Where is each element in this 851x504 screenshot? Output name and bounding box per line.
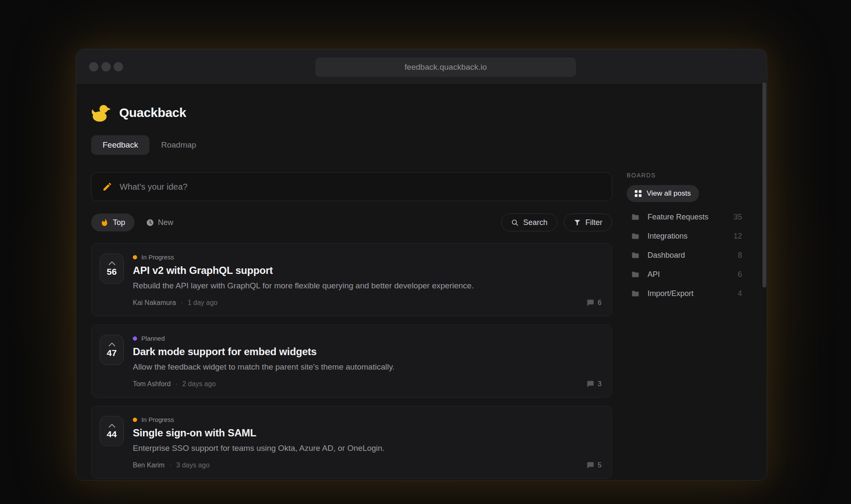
status-label: In Progress xyxy=(141,253,174,261)
comment-count-value: 5 xyxy=(598,461,602,469)
board-count: 4 xyxy=(738,289,742,298)
boards-section-title: BOARDS xyxy=(627,172,742,179)
comment-count: 6 xyxy=(587,299,602,307)
post-time: 1 day ago xyxy=(188,299,218,307)
post-meta: Kai Nakamura · 1 day ago 6 xyxy=(133,299,602,307)
post-title: API v2 with GraphQL support xyxy=(133,265,602,276)
status-badge: In Progress xyxy=(133,416,602,423)
post-description: Allow the feedback widget to match the p… xyxy=(133,362,602,372)
post-meta: Tom Ashford · 2 days ago 3 xyxy=(133,380,602,388)
comment-icon xyxy=(587,461,594,469)
post-body: In Progress Single sign-on with SAML Ent… xyxy=(133,416,602,469)
status-label: In Progress xyxy=(141,416,174,423)
board-item-dashboard[interactable]: Dashboard 8 xyxy=(627,246,742,265)
status-badge: In Progress xyxy=(133,253,602,261)
chevron-up-icon xyxy=(108,261,116,265)
board-count: 8 xyxy=(738,251,742,260)
post-card[interactable]: 56 In Progress API v2 with GraphQL suppo… xyxy=(91,243,612,316)
board-item-api[interactable]: API 6 xyxy=(627,265,742,284)
sort-top-label: Top xyxy=(113,218,125,227)
idea-input[interactable] xyxy=(120,182,601,192)
post-list: 56 In Progress API v2 with GraphQL suppo… xyxy=(91,243,612,479)
pencil-icon xyxy=(102,182,112,192)
search-icon xyxy=(511,219,519,227)
scrollbar-thumb[interactable] xyxy=(762,83,766,288)
board-item-integrations[interactable]: Integrations 12 xyxy=(627,227,742,246)
board-label: API xyxy=(648,270,660,279)
post-card[interactable]: 44 In Progress Single sign-on with SAML … xyxy=(91,406,612,479)
comment-count-value: 6 xyxy=(598,299,602,307)
post-time: 2 days ago xyxy=(182,380,215,388)
status-dot xyxy=(133,336,137,341)
page-content: Quackback Feedback Roadmap xyxy=(76,85,767,479)
post-meta: Ben Karim · 3 days ago 5 xyxy=(133,461,602,469)
status-dot xyxy=(133,418,137,422)
browser-chrome: feedback.quackback.io xyxy=(76,49,767,85)
post-card[interactable]: 47 Planned Dark mode support for embed w… xyxy=(91,325,612,398)
boards-sidebar: BOARDS View all posts xyxy=(627,172,742,479)
meta-separator: · xyxy=(175,380,178,388)
post-body: In Progress API v2 with GraphQL support … xyxy=(133,253,602,307)
post-description: Enterprise SSO support for teams using O… xyxy=(133,444,602,453)
browser-window: feedback.quackback.io Quackback Fe xyxy=(76,49,767,481)
grid-icon xyxy=(635,190,642,197)
board-item-import-export[interactable]: Import/Export 4 xyxy=(627,284,742,303)
folder-icon xyxy=(631,290,639,298)
window-control-dot[interactable] xyxy=(114,62,123,71)
post-body: Planned Dark mode support for embed widg… xyxy=(133,335,602,388)
tab-roadmap[interactable]: Roadmap xyxy=(161,140,196,150)
list-controls: Top New xyxy=(91,214,612,231)
comment-count: 5 xyxy=(587,461,602,469)
tab-feedback[interactable]: Feedback xyxy=(91,135,149,155)
duck-logo-icon xyxy=(91,103,111,122)
comment-count-value: 3 xyxy=(598,380,602,388)
comment-count: 3 xyxy=(587,380,602,388)
search-label: Search xyxy=(523,218,547,227)
board-count: 6 xyxy=(738,270,742,279)
post-description: Rebuild the API layer with GraphQL for m… xyxy=(133,281,602,290)
search-button[interactable]: Search xyxy=(501,214,557,231)
meta-separator: · xyxy=(181,299,183,307)
board-list: Feature Requests 35 Integrations 12 xyxy=(627,208,742,303)
flame-icon xyxy=(100,219,109,227)
post-author: Ben Karim xyxy=(133,461,165,469)
view-all-posts-label: View all posts xyxy=(647,189,691,198)
board-item-feature-requests[interactable]: Feature Requests 35 xyxy=(627,208,742,227)
status-dot xyxy=(133,255,137,259)
page-title: Quackback xyxy=(119,105,186,120)
window-control-dot[interactable] xyxy=(101,62,111,71)
window-controls xyxy=(89,62,123,71)
nav-tabs: Feedback Roadmap xyxy=(91,135,612,155)
chevron-up-icon xyxy=(108,423,116,428)
chevron-up-icon xyxy=(108,342,116,347)
vote-count: 44 xyxy=(107,429,117,439)
upvote-button[interactable]: 56 xyxy=(100,253,124,284)
filter-label: Filter xyxy=(585,218,602,227)
post-title: Single sign-on with SAML xyxy=(133,427,602,439)
sort-new-label: New xyxy=(158,218,173,227)
brand: Quackback xyxy=(91,103,612,122)
url-bar[interactable]: feedback.quackback.io xyxy=(315,57,576,77)
idea-composer xyxy=(91,172,612,201)
comment-icon xyxy=(587,380,594,388)
view-all-posts-button[interactable]: View all posts xyxy=(627,185,699,202)
vote-count: 47 xyxy=(107,348,117,358)
folder-icon xyxy=(631,213,639,221)
folder-icon xyxy=(631,271,639,279)
post-time: 3 days ago xyxy=(176,461,209,469)
filter-button[interactable]: Filter xyxy=(564,214,612,231)
upvote-button[interactable]: 44 xyxy=(100,416,124,446)
sort-new-button[interactable]: New xyxy=(146,214,173,231)
board-label: Feature Requests xyxy=(648,213,708,222)
window-control-dot[interactable] xyxy=(89,62,98,71)
post-title: Dark mode support for embed widgets xyxy=(133,346,602,358)
post-author: Tom Ashford xyxy=(133,380,171,388)
vote-count: 56 xyxy=(107,267,117,277)
sort-top-button[interactable]: Top xyxy=(91,214,135,231)
folder-icon xyxy=(631,251,639,259)
status-label: Planned xyxy=(141,335,165,342)
folder-icon xyxy=(631,232,639,240)
upvote-button[interactable]: 47 xyxy=(100,335,124,365)
comment-icon xyxy=(587,299,594,307)
main-column: Quackback Feedback Roadmap xyxy=(91,103,612,479)
